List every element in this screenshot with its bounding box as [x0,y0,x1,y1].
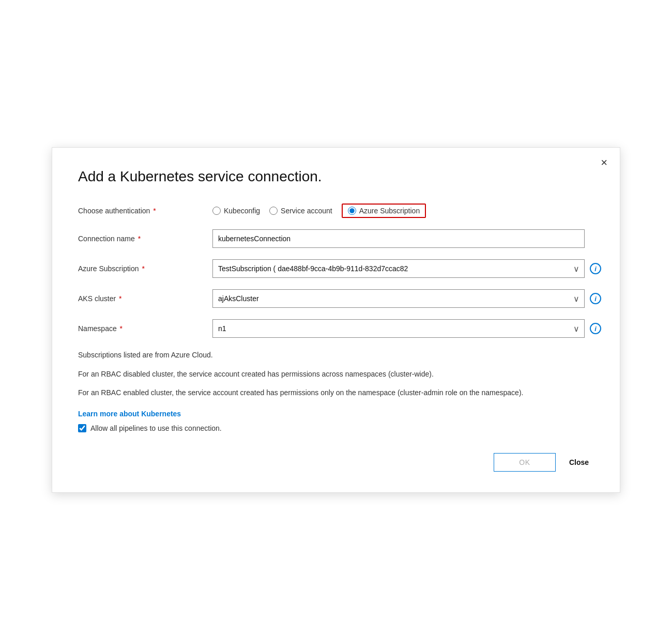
aks-cluster-select[interactable]: ajAksCluster [212,289,585,308]
aks-cluster-label: AKS cluster * [78,294,212,303]
dialog-title: Add a Kubernetes service connection. [78,168,594,185]
aks-cluster-row: AKS cluster * ajAksCluster ∨ i [78,289,594,308]
connection-name-control [212,229,594,248]
dialog-container: × Add a Kubernetes service connection. C… [52,147,620,492]
radio-azure-subscription-label: Azure Subscription [359,207,420,215]
allow-pipelines-label: Allow all pipelines to use this connecti… [90,424,222,432]
auth-radio-group: Kubeconfig Service account Azure Subscri… [212,204,426,218]
namespace-select[interactable]: n1 [212,319,585,338]
ok-button[interactable]: OK [494,453,556,472]
radio-service-account[interactable]: Service account [269,207,332,215]
azure-subscription-select-wrapper: TestSubscription ( dae488bf-9cca-4b9b-91… [212,259,585,278]
radio-kubeconfig-input[interactable] [212,207,221,215]
radio-service-account-input[interactable] [269,207,278,215]
radio-azure-subscription-input[interactable] [348,207,356,215]
learn-more-link[interactable]: Learn more about Kubernetes [78,410,181,418]
namespace-info-row: n1 ∨ i [212,319,601,338]
azure-subscription-row: Azure Subscription * TestSubscription ( … [78,259,594,278]
namespace-row: Namespace * n1 ∨ i [78,319,594,338]
connection-name-input[interactable] [212,229,585,248]
allow-pipelines-row: Allow all pipelines to use this connecti… [78,424,594,432]
aks-cluster-info-icon[interactable]: i [590,293,601,304]
notes-section: Subscriptions listed are from Azure Clou… [78,349,594,398]
azure-subscription-select[interactable]: TestSubscription ( dae488bf-9cca-4b9b-91… [212,259,585,278]
namespace-label: Namespace * [78,324,212,333]
aks-cluster-info-row: ajAksCluster ∨ i [212,289,601,308]
note-3: For an RBAC enabled cluster, the service… [78,387,594,398]
azure-subscription-control: TestSubscription ( dae488bf-9cca-4b9b-91… [212,259,601,278]
radio-service-account-label: Service account [281,207,332,215]
radio-azure-subscription[interactable]: Azure Subscription [342,204,426,218]
note-1: Subscriptions listed are from Azure Clou… [78,349,594,361]
namespace-control: n1 ∨ i [212,319,601,338]
namespace-select-wrapper: n1 ∨ [212,319,585,338]
close-icon[interactable]: × [601,157,607,168]
radio-kubeconfig-label: Kubeconfig [224,207,260,215]
auth-row: Choose authentication * Kubeconfig Servi… [78,204,594,218]
radio-kubeconfig[interactable]: Kubeconfig [212,207,260,215]
allow-pipelines-checkbox[interactable] [78,424,86,432]
namespace-info-icon[interactable]: i [590,323,601,334]
aks-cluster-control: ajAksCluster ∨ i [212,289,601,308]
close-button[interactable]: Close [564,458,594,466]
azure-sub-info-row: TestSubscription ( dae488bf-9cca-4b9b-91… [212,259,601,278]
connection-name-row: Connection name * [78,229,594,248]
auth-options-area: Kubeconfig Service account Azure Subscri… [212,204,594,218]
azure-subscription-info-icon[interactable]: i [590,263,601,274]
note-2: For an RBAC disabled cluster, the servic… [78,368,594,380]
dialog-footer: OK Close [78,448,594,472]
azure-subscription-label: Azure Subscription * [78,264,212,273]
connection-name-label: Connection name * [78,235,212,243]
auth-label: Choose authentication * [78,207,212,215]
aks-cluster-select-wrapper: ajAksCluster ∨ [212,289,585,308]
